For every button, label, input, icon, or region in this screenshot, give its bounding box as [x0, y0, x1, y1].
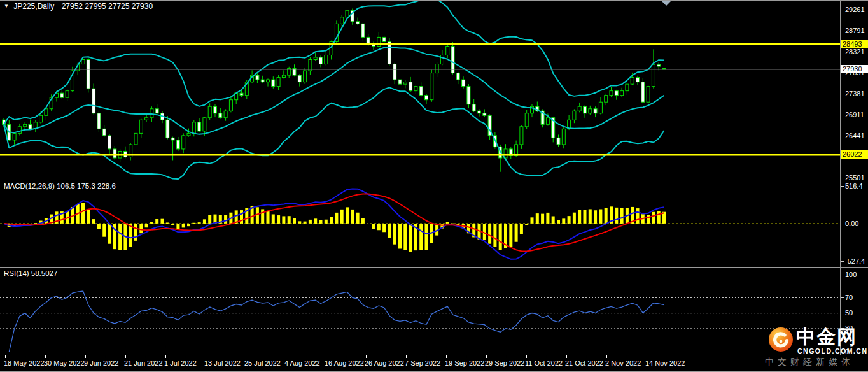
candle — [478, 109, 481, 116]
macd-histogram-bar — [393, 224, 396, 245]
time-axis-label: 19 Sep 2022 — [445, 359, 484, 367]
current-price-tag: 27930 — [841, 65, 868, 73]
macd-histogram-bar — [652, 212, 655, 224]
time-axis-tick — [125, 355, 126, 358]
separator-macd-rsi[interactable] — [0, 267, 868, 268]
candle — [414, 85, 417, 94]
time-axis-tick — [526, 355, 527, 358]
candle — [161, 111, 164, 123]
candle — [198, 118, 201, 132]
time-axis[interactable]: 18 May 202230 May 20229 Jun 202221 Jun 2… — [0, 355, 868, 372]
macd-histogram-bar — [403, 224, 407, 250]
price-axis-label: 28321 — [845, 48, 865, 56]
macd-histogram-bar — [139, 224, 143, 233]
price-level-tag: 26022 — [841, 150, 868, 159]
candle — [314, 52, 317, 61]
rsi-axis-label: 50 — [845, 309, 853, 317]
macd-histogram-bar — [562, 218, 565, 224]
candle — [224, 109, 227, 120]
macd-histogram-bar — [351, 210, 354, 224]
macd-histogram-bar — [419, 224, 423, 250]
time-axis-label: 18 May 2022 — [4, 359, 45, 367]
macd-histogram-bar — [314, 218, 317, 224]
chart-shift-marker-icon[interactable] — [662, 1, 671, 6]
rsi-pane[interactable] — [0, 268, 840, 354]
macd-histogram-bar — [304, 222, 307, 224]
macd-histogram-bar — [605, 208, 608, 224]
price-axis[interactable]: 2926128791283212785127381269112644125971… — [840, 0, 868, 355]
macd-histogram-bar — [541, 214, 544, 224]
time-axis-label: 9 Jun 2022 — [84, 359, 118, 367]
candle — [139, 119, 143, 138]
macd-histogram-bar — [398, 224, 402, 248]
candle — [13, 132, 16, 145]
watermark-logo: 中金网 CNGOLD.COM.CN 中文财经新媒体 — [764, 324, 868, 372]
candle — [557, 134, 560, 147]
macd-histogram-bar — [372, 224, 375, 229]
time-axis-tick — [286, 355, 286, 358]
macd-histogram-bar — [309, 220, 312, 224]
mt4-chart-window: ▼ JP225,Daily 27952 27995 27725 27930 MA… — [0, 0, 868, 372]
candle — [304, 68, 307, 84]
candle — [652, 49, 655, 88]
time-axis-label: 11 Oct 2022 — [525, 359, 563, 367]
collapse-arrow-icon[interactable]: ▼ — [4, 3, 9, 9]
macd-histogram-bar — [520, 224, 523, 234]
candle — [319, 55, 323, 67]
time-axis-tick — [446, 355, 447, 358]
time-axis-tick — [366, 355, 367, 358]
price-axis-tick — [841, 136, 844, 136]
macd-axis-label: -527.4 — [845, 257, 865, 266]
candle — [155, 104, 158, 115]
macd-histogram-bar — [515, 224, 518, 242]
macd-pane[interactable] — [0, 180, 840, 267]
candle — [520, 125, 523, 149]
time-axis-label: 14 Nov 2022 — [645, 359, 685, 367]
macd-histogram-bar — [272, 214, 275, 224]
rsi-axis-tick — [841, 297, 844, 298]
time-axis-tick — [326, 355, 326, 358]
candle — [66, 89, 69, 101]
candle — [589, 106, 592, 115]
rsi-value: 58.5027 — [31, 269, 58, 277]
macd-indicator-label: MACD(12,26,9) 106.5 175.3 228.6 — [4, 182, 116, 190]
time-axis-tick — [566, 355, 567, 358]
candle — [102, 125, 106, 137]
time-axis-label: 7 Sep 2022 — [405, 359, 440, 367]
macd-axis-label: 516.4 — [845, 182, 863, 190]
macd-histogram-bar — [409, 224, 412, 252]
price-axis-label: 25501 — [845, 174, 865, 182]
candle — [584, 105, 587, 117]
candle — [578, 103, 581, 112]
macd-histogram-bar — [531, 217, 534, 224]
main-price-pane[interactable] — [0, 0, 840, 180]
candle — [393, 63, 396, 84]
macd-histogram-bar — [493, 224, 496, 247]
macd-histogram-bar — [382, 224, 386, 232]
candle — [599, 97, 602, 114]
macd-histogram-bar — [584, 210, 587, 224]
macd-histogram-bar — [288, 216, 291, 224]
price-axis-label: 27381 — [845, 90, 865, 98]
macd-axis-tick — [841, 224, 844, 224]
price-axis-tick — [841, 52, 844, 52]
candle — [610, 87, 613, 96]
candle — [267, 78, 270, 86]
macd-axis-tick — [841, 261, 844, 262]
candle — [282, 70, 285, 78]
macd-histogram-bar — [599, 210, 602, 224]
candle — [430, 70, 433, 102]
candle — [176, 137, 179, 151]
candle — [97, 111, 101, 132]
price-axis-label: 26911 — [845, 111, 864, 119]
macd-histogram-bar — [203, 219, 206, 224]
candle — [123, 147, 127, 159]
candle — [108, 134, 111, 154]
price-axis-tick — [841, 115, 844, 115]
macd-histogram-bar — [361, 218, 365, 224]
macd-histogram-bar — [87, 209, 90, 224]
separator-main-macd[interactable] — [0, 180, 868, 180]
candle — [261, 76, 264, 83]
candle — [641, 78, 645, 103]
macd-histogram-bar — [182, 224, 185, 227]
